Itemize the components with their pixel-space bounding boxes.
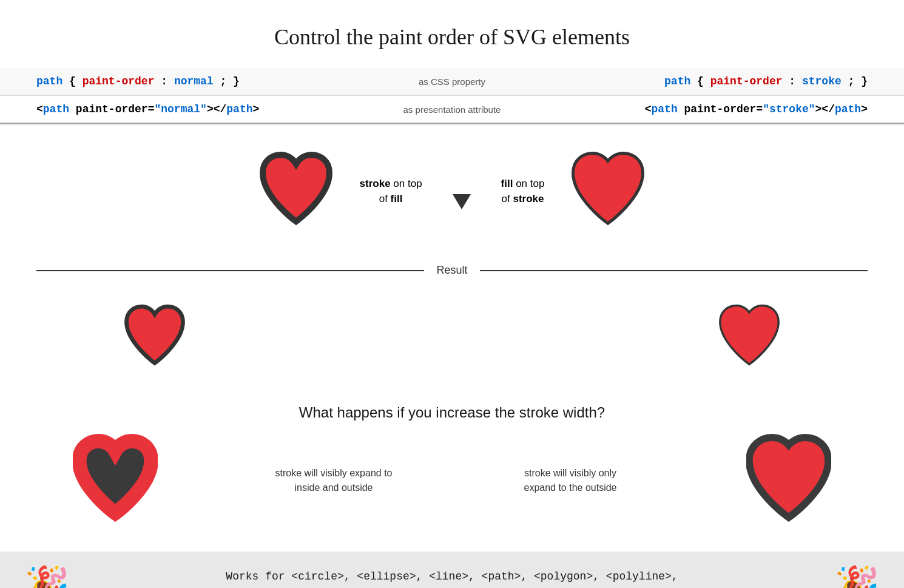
result-label: Result <box>436 264 467 277</box>
thick-stroke-paint-order-heart <box>746 433 831 527</box>
result-section <box>0 283 904 392</box>
heart-stroke-demo <box>568 149 647 234</box>
divider-line-right <box>480 270 868 271</box>
page-title: Control the paint order of SVG elements <box>0 0 904 68</box>
css-code-right: path { paint-order : stroke ; } <box>664 75 868 87</box>
css-value-right: stroke <box>802 75 842 87</box>
thick-stroke-normal-heart <box>73 433 158 527</box>
css-value-left: normal <box>174 75 214 87</box>
result-divider: Result <box>0 258 904 283</box>
confetti-left-icon: 🎉 <box>24 564 70 588</box>
question-text: What happens if you increase the stroke … <box>0 392 904 427</box>
css-code-left: path { paint-order : normal ; } <box>36 75 240 87</box>
attr-code-row: <path paint-order="normal"></path> as pr… <box>0 96 904 124</box>
fill-on-top-desc: fill on topof stroke <box>501 176 545 207</box>
attr-code-left: <path paint-order="normal"></path> <box>36 103 259 115</box>
arrow-icon <box>447 173 477 209</box>
stroke-desc-right: stroke will visibly only expand to the o… <box>510 466 631 495</box>
attr-code-right: <path paint-order="stroke"></path> <box>645 103 868 115</box>
stroke-on-top-desc: stroke on topof fill <box>360 176 422 207</box>
css-selector-left: path <box>36 75 62 87</box>
heart-normal-demo <box>257 149 336 234</box>
css-selector-right: path <box>664 75 690 87</box>
css-label: as CSS property <box>419 76 485 87</box>
attr-label: as presentation attribute <box>403 104 501 115</box>
result-heart-normal <box>121 301 188 374</box>
css-property-left: paint-order <box>83 75 155 87</box>
confetti-right-icon: 🎉 <box>834 564 880 588</box>
footer-bar: 🎉 Works for <circle>, <ellipse>, <line>,… <box>0 552 904 588</box>
footer-text: Works for <circle>, <ellipse>, <line>, <… <box>88 568 816 588</box>
css-property-right: paint-order <box>710 75 783 87</box>
result-heart-stroke <box>716 301 783 374</box>
demo-section: stroke on topof fill fill on topof strok… <box>0 124 904 258</box>
stroke-width-demo: stroke will visibly expand to inside and… <box>0 427 904 552</box>
stroke-desc-left: stroke will visibly expand to inside and… <box>273 466 394 495</box>
svg-marker-0 <box>453 173 471 209</box>
divider-line-left <box>36 270 424 271</box>
css-code-row: path { paint-order : normal ; } as CSS p… <box>0 68 904 96</box>
